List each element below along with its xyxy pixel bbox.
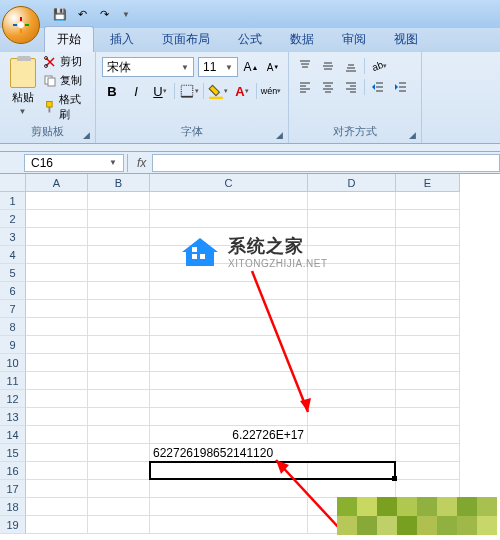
cell[interactable] [26,282,88,300]
cell[interactable] [396,336,460,354]
row-header[interactable]: 18 [0,498,26,516]
cell[interactable] [88,354,150,372]
cell[interactable] [26,246,88,264]
orientation-button[interactable]: ab▾ [368,57,388,75]
cell[interactable] [88,264,150,282]
border-button[interactable]: ▾ [179,81,199,101]
format-painter-button[interactable]: 格式刷 [43,92,89,122]
row-header[interactable]: 13 [0,408,26,426]
underline-button[interactable]: U▾ [150,81,170,101]
cell[interactable] [150,498,308,516]
cell[interactable]: 6.22726E+17 [150,426,308,444]
align-top-button[interactable] [295,57,315,75]
cell[interactable] [26,480,88,498]
align-right-button[interactable] [341,78,361,96]
column-header[interactable]: D [308,174,396,192]
cell[interactable] [88,498,150,516]
cell[interactable] [396,264,460,282]
tab-4[interactable]: 数据 [278,27,326,52]
cell[interactable] [396,210,460,228]
tab-3[interactable]: 公式 [226,27,274,52]
redo-icon[interactable]: ↷ [96,6,112,22]
paste-button[interactable]: 粘贴 ▼ [6,54,39,120]
row-header[interactable]: 12 [0,390,26,408]
name-box[interactable]: C16 ▼ [24,154,124,172]
row-header[interactable]: 9 [0,336,26,354]
row-header[interactable]: 5 [0,264,26,282]
column-header[interactable]: B [88,174,150,192]
cell[interactable] [26,300,88,318]
clipboard-dialog-launcher[interactable]: ◢ [80,129,92,141]
qat-dropdown-icon[interactable]: ▼ [118,6,134,22]
align-bottom-button[interactable] [341,57,361,75]
cell[interactable] [26,318,88,336]
row-header[interactable]: 3 [0,228,26,246]
save-icon[interactable]: 💾 [52,6,68,22]
cell[interactable] [150,318,308,336]
font-dialog-launcher[interactable]: ◢ [273,129,285,141]
row-header[interactable]: 15 [0,444,26,462]
row-header[interactable]: 10 [0,354,26,372]
cell[interactable] [88,408,150,426]
cell[interactable] [88,336,150,354]
cell[interactable] [396,444,460,462]
decrease-indent-button[interactable] [368,78,388,96]
row-header[interactable]: 7 [0,300,26,318]
cell[interactable] [26,462,88,480]
cell[interactable] [26,390,88,408]
fill-color-button[interactable]: ▾ [208,81,228,101]
cell[interactable] [150,372,308,390]
cell[interactable] [88,282,150,300]
font-size-combo[interactable]: 11 ▼ [198,57,238,77]
alignment-dialog-launcher[interactable]: ◢ [406,129,418,141]
fx-icon[interactable]: fx [131,156,152,170]
cell[interactable] [308,282,396,300]
align-center-button[interactable] [318,78,338,96]
cell[interactable] [308,372,396,390]
column-header[interactable]: C [150,174,308,192]
cell[interactable] [308,426,396,444]
cell[interactable] [150,192,308,210]
cell[interactable] [88,462,150,480]
cell[interactable] [26,192,88,210]
cell[interactable] [150,516,308,534]
row-header[interactable]: 19 [0,516,26,534]
cell[interactable] [88,318,150,336]
cell[interactable] [88,192,150,210]
cell[interactable] [308,462,396,480]
cell[interactable] [396,228,460,246]
cell[interactable] [308,354,396,372]
cell[interactable] [396,480,460,498]
cell[interactable] [396,318,460,336]
column-header[interactable]: E [396,174,460,192]
cell[interactable] [26,228,88,246]
row-header[interactable]: 17 [0,480,26,498]
cell[interactable] [308,192,396,210]
increase-indent-button[interactable] [391,78,411,96]
cell[interactable] [308,390,396,408]
row-header[interactable]: 11 [0,372,26,390]
undo-icon[interactable]: ↶ [74,6,90,22]
cell[interactable] [308,444,396,462]
cell[interactable] [26,336,88,354]
italic-button[interactable]: I [126,81,146,101]
cell[interactable] [26,426,88,444]
cell[interactable] [88,228,150,246]
cell[interactable] [150,480,308,498]
cell[interactable] [396,192,460,210]
cell[interactable] [396,372,460,390]
cell[interactable] [88,516,150,534]
row-header[interactable]: 16 [0,462,26,480]
row-header[interactable]: 4 [0,246,26,264]
cell[interactable] [150,210,308,228]
cell[interactable] [308,480,396,498]
font-name-combo[interactable]: 宋体 ▼ [102,57,194,77]
bold-button[interactable]: B [102,81,122,101]
row-header[interactable]: 8 [0,318,26,336]
cell[interactable] [88,390,150,408]
cell[interactable] [26,354,88,372]
cell[interactable] [396,462,460,480]
cell[interactable] [26,210,88,228]
cell[interactable] [26,408,88,426]
cell[interactable] [396,300,460,318]
